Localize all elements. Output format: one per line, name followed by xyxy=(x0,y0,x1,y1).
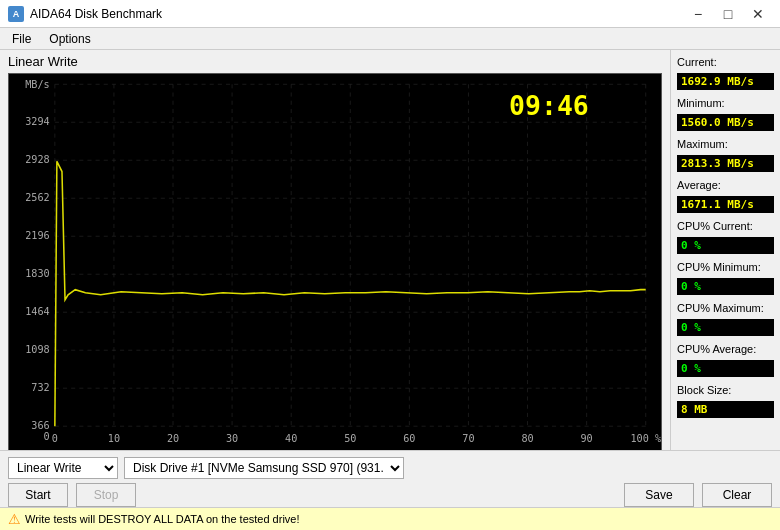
stats-panel: Current: 1692.9 MB/s Minimum: 1560.0 MB/… xyxy=(670,50,780,450)
cpu-minimum-value: 0 % xyxy=(677,278,774,295)
app-window: A AIDA64 Disk Benchmark − □ ✕ File Optio… xyxy=(0,0,780,530)
svg-text:50: 50 xyxy=(344,433,356,444)
maximum-value: 2813.3 MB/s xyxy=(677,155,774,172)
chart-title: Linear Write xyxy=(8,54,662,69)
window-title: AIDA64 Disk Benchmark xyxy=(30,7,162,21)
warning-icon: ⚠ xyxy=(8,511,21,527)
save-button[interactable]: Save xyxy=(624,483,694,507)
stop-button[interactable]: Stop xyxy=(76,483,136,507)
bottom-section: Linear Write Linear Read Random Write Ra… xyxy=(0,450,780,530)
svg-text:2928: 2928 xyxy=(25,154,50,165)
menu-file[interactable]: File xyxy=(4,30,39,47)
svg-text:09:46: 09:46 xyxy=(509,90,589,121)
close-button[interactable]: ✕ xyxy=(744,4,772,24)
title-bar: A AIDA64 Disk Benchmark − □ ✕ xyxy=(0,0,780,28)
svg-text:3294: 3294 xyxy=(25,116,50,127)
warning-bar: ⚠ Write tests will DESTROY ALL DATA on t… xyxy=(0,507,780,530)
maximize-button[interactable]: □ xyxy=(714,4,742,24)
start-button[interactable]: Start xyxy=(8,483,68,507)
menu-options[interactable]: Options xyxy=(41,30,98,47)
menu-bar: File Options xyxy=(0,28,780,50)
buttons-row: Start Stop Save Clear xyxy=(0,483,780,507)
minimum-label: Minimum: xyxy=(677,97,774,109)
svg-text:2196: 2196 xyxy=(25,230,50,241)
window-controls: − □ ✕ xyxy=(684,4,772,24)
current-label: Current: xyxy=(677,56,774,68)
warning-text: Write tests will DESTROY ALL DATA on the… xyxy=(25,513,300,525)
svg-text:10: 10 xyxy=(108,433,120,444)
cpu-maximum-label: CPU% Maximum: xyxy=(677,302,774,314)
svg-text:90: 90 xyxy=(580,433,592,444)
chart-svg: MB/s 3294 2928 2562 2196 1830 1464 1098 … xyxy=(9,74,661,450)
average-value: 1671.1 MB/s xyxy=(677,196,774,213)
controls-row: Linear Write Linear Read Random Write Ra… xyxy=(0,451,780,483)
svg-text:20: 20 xyxy=(167,433,179,444)
minimum-value: 1560.0 MB/s xyxy=(677,114,774,131)
svg-text:MB/s: MB/s xyxy=(25,79,50,90)
current-value: 1692.9 MB/s xyxy=(677,73,774,90)
cpu-current-value: 0 % xyxy=(677,237,774,254)
svg-text:0: 0 xyxy=(52,433,58,444)
svg-text:70: 70 xyxy=(462,433,474,444)
svg-text:1098: 1098 xyxy=(25,344,50,355)
chart-panel: Linear Write xyxy=(0,50,670,450)
svg-text:40: 40 xyxy=(285,433,297,444)
cpu-average-label: CPU% Average: xyxy=(677,343,774,355)
svg-text:30: 30 xyxy=(226,433,238,444)
center-section: Linear Write xyxy=(0,50,780,450)
cpu-average-value: 0 % xyxy=(677,360,774,377)
maximum-label: Maximum: xyxy=(677,138,774,150)
svg-text:0: 0 xyxy=(44,431,50,442)
svg-text:2562: 2562 xyxy=(25,192,50,203)
disk-dropdown[interactable]: Disk Drive #1 [NVMe Samsung SSD 970] (93… xyxy=(124,457,404,479)
svg-text:80: 80 xyxy=(521,433,533,444)
average-label: Average: xyxy=(677,179,774,191)
block-size-label: Block Size: xyxy=(677,384,774,396)
svg-rect-0 xyxy=(9,74,661,450)
svg-text:100 %: 100 % xyxy=(630,433,661,444)
svg-text:732: 732 xyxy=(31,382,49,393)
chart-container: MB/s 3294 2928 2562 2196 1830 1464 1098 … xyxy=(8,73,662,450)
cpu-current-label: CPU% Current: xyxy=(677,220,774,232)
cpu-maximum-value: 0 % xyxy=(677,319,774,336)
block-size-value: 8 MB xyxy=(677,401,774,418)
mode-dropdown[interactable]: Linear Write Linear Read Random Write Ra… xyxy=(8,457,118,479)
cpu-minimum-label: CPU% Minimum: xyxy=(677,261,774,273)
minimize-button[interactable]: − xyxy=(684,4,712,24)
clear-button[interactable]: Clear xyxy=(702,483,772,507)
svg-text:1464: 1464 xyxy=(25,306,50,317)
app-icon: A xyxy=(8,6,24,22)
title-bar-left: A AIDA64 Disk Benchmark xyxy=(8,6,162,22)
svg-text:1830: 1830 xyxy=(25,268,50,279)
svg-text:60: 60 xyxy=(403,433,415,444)
